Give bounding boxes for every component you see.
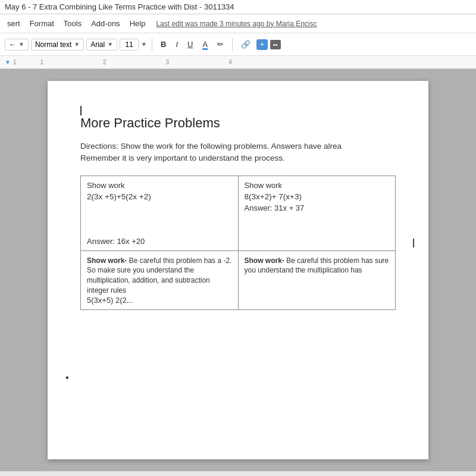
cell-2b-note: Show work- Be careful this problem has s… [245, 256, 389, 275]
style-arrow-icon: ▼ [74, 41, 80, 48]
table-row: Show work 2(3x +5)+5(2x +2) Answer: 16x … [81, 176, 396, 250]
font-arrow-icon: ▼ [107, 41, 113, 48]
table-cell-2a: Show work- Be careful this problem has a… [81, 250, 239, 309]
bullet-point: • [65, 372, 69, 383]
link-button[interactable]: 🔗 [237, 38, 254, 51]
menu-addons[interactable]: Add-ons [86, 17, 124, 30]
i-beam-cursor: I [412, 236, 415, 251]
ruler-mark-2: 2 [103, 59, 107, 65]
ruler-mark-1: 1 [40, 59, 43, 65]
document-area: More Practice Problems Directions: Show … [0, 69, 476, 471]
font-size-input[interactable] [120, 39, 139, 51]
table-cell-2b: Show work- Be careful this problem has s… [238, 250, 396, 309]
cell-1b-label: Show work [245, 181, 390, 190]
table-row-2: Show work- Be careful this problem has a… [81, 250, 396, 309]
page: More Practice Problems Directions: Show … [48, 81, 428, 459]
toolbar: ← ▼ Normal text ▼ Arial ▼ ▼ B I U A ✏ 🔗 … [0, 33, 476, 56]
cell-2a-problem: 5(3x+5) 2(2... [87, 296, 133, 305]
directions-line1: Directions: Show the work for the follow… [80, 142, 342, 151]
font-label: Arial [90, 40, 105, 49]
page-title: More Practice Problems [80, 115, 396, 131]
highlight-button[interactable]: ✏ [214, 38, 227, 51]
cell-1a-problem: 2(3x +5)+5(2x +2) [87, 192, 151, 201]
cell-1b-answer: Answer: 31x + 37 [245, 203, 390, 212]
menu-format[interactable]: Format [25, 17, 59, 30]
menu-help[interactable]: Help [125, 17, 151, 30]
cell-2a-label: Show work- [87, 256, 127, 265]
menu-bar: sert Format Tools Add-ons Help Last edit… [0, 14, 476, 33]
ruler: ▼ 1 1 2 3 4 [0, 56, 476, 69]
document-title: May 6 - 7 Extra Combining Like Terms Pra… [5, 2, 234, 11]
title-bar: May 6 - 7 Extra Combining Like Terms Pra… [0, 0, 476, 14]
style-label: Normal text [35, 40, 71, 49]
image-button[interactable]: ▪▪ [270, 40, 281, 49]
last-edit-text: Last edit was made 3 minutes ago by Mari… [156, 20, 317, 28]
font-color-button[interactable]: A [199, 38, 211, 51]
directions-line2: Remember it is very important to underst… [80, 154, 285, 162]
cell-1a-answer: Answer: 16x +20 [87, 237, 232, 246]
italic-button[interactable]: I [172, 38, 181, 51]
table-cell-1b: Show work 8(3x+2)+ 7(x+3) Answer: 31x + … [238, 176, 396, 250]
cell-1b-problem: 8(3x+2)+ 7(x+3) [245, 192, 302, 201]
cell-2a-note: Show work- Be careful this problem has a… [87, 256, 231, 295]
cell-2b-label: Show work- [245, 256, 284, 265]
table-cell-1a: Show work 2(3x +5)+5(2x +2) Answer: 16x … [81, 176, 239, 250]
style-dropdown[interactable]: Normal text ▼ [31, 39, 84, 51]
cell-1a-label: Show work [87, 181, 232, 190]
text-cursor [80, 106, 82, 115]
ruler-mark-4: 4 [228, 59, 232, 65]
back-arrow[interactable]: ← ▼ [5, 39, 29, 51]
menu-insert[interactable]: sert [2, 17, 25, 30]
practice-table: Show work 2(3x +5)+5(2x +2) Answer: 16x … [80, 176, 396, 310]
ruler-mark-3: 3 [166, 59, 170, 65]
menu-tools[interactable]: Tools [59, 17, 86, 30]
directions-text: Directions: Show the work for the follow… [80, 140, 396, 165]
ruler-triangle: ▼ [5, 59, 11, 65]
back-icon: ← [9, 40, 16, 49]
comment-button[interactable]: + [256, 39, 268, 50]
divider-2 [232, 38, 233, 51]
bold-button[interactable]: B [157, 38, 170, 51]
back-dropdown-arrow: ▼ [18, 41, 24, 48]
underline-button[interactable]: U [184, 38, 196, 51]
font-size-arrow: ▼ [141, 41, 147, 48]
font-dropdown[interactable]: Arial ▼ [86, 39, 117, 51]
divider-1 [152, 38, 152, 51]
ruler-label: 1 [13, 59, 17, 65]
